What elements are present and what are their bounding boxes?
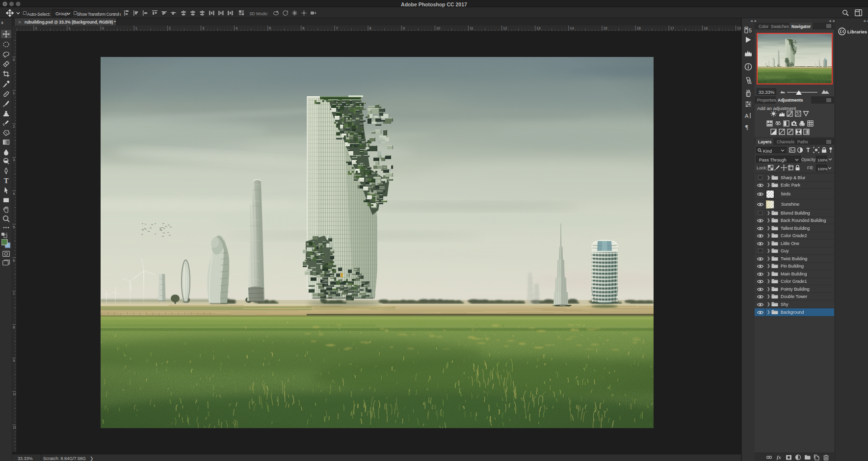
svg-text:5: 5 [13, 225, 15, 229]
svg-text:5: 5 [749, 27, 752, 33]
svg-text:9: 9 [403, 26, 405, 30]
svg-text:7: 7 [13, 292, 15, 296]
svg-text:1: 1 [13, 91, 15, 95]
svg-text:10: 10 [13, 392, 16, 396]
svg-text:T: T [806, 147, 810, 153]
svg-text:4: 4 [236, 26, 237, 30]
svg-text:3: 3 [13, 158, 15, 162]
svg-text:8: 8 [369, 26, 371, 30]
svg-text:7: 7 [336, 26, 338, 30]
svg-text:10: 10 [436, 26, 440, 30]
svg-text:16: 16 [637, 26, 641, 30]
svg-text:9: 9 [13, 358, 15, 363]
svg-text:15: 15 [603, 26, 607, 30]
svg-text:1: 1 [68, 26, 70, 30]
svg-text:19: 19 [737, 26, 741, 30]
svg-text:2: 2 [35, 26, 37, 30]
svg-text:A: A [745, 113, 749, 119]
svg-text:13: 13 [536, 26, 540, 30]
svg-text:11: 11 [470, 26, 473, 30]
svg-text:2: 2 [169, 26, 171, 30]
svg-text:0: 0 [13, 57, 15, 62]
svg-text:14: 14 [570, 26, 574, 30]
svg-text:18: 18 [704, 26, 708, 30]
svg-text:3: 3 [202, 26, 204, 30]
svg-text:6: 6 [302, 26, 304, 30]
svg-text:T: T [4, 177, 9, 184]
svg-text:12: 12 [503, 26, 507, 30]
svg-text:5: 5 [269, 26, 271, 30]
svg-text:¶: ¶ [745, 123, 748, 131]
svg-text:11: 11 [13, 425, 16, 430]
svg-text:6: 6 [13, 258, 15, 263]
svg-text:8: 8 [13, 325, 15, 329]
svg-text:2: 2 [13, 124, 15, 129]
svg-text:17: 17 [670, 26, 674, 30]
svg-text:0: 0 [102, 26, 104, 30]
svg-text:4: 4 [13, 191, 15, 196]
svg-text:1: 1 [135, 26, 137, 30]
